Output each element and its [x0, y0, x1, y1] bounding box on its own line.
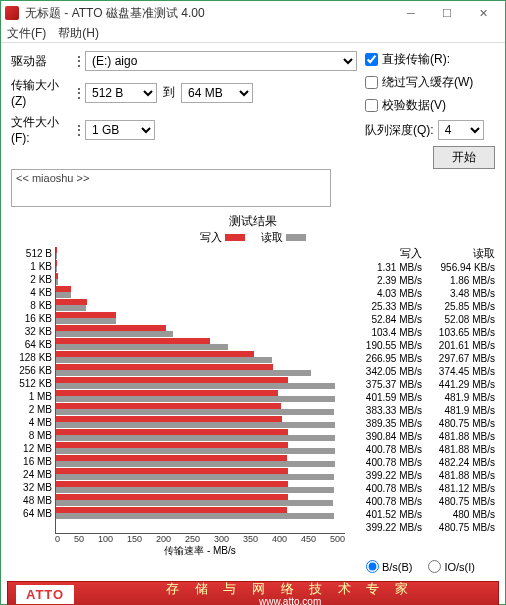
verify-label: 校验数据(V) — [382, 97, 446, 114]
to-label: 到 — [163, 84, 175, 101]
minimize-button[interactable]: ─ — [393, 1, 429, 25]
atto-logo: ATTO — [16, 585, 74, 604]
bypass-cache-checkbox[interactable] — [365, 76, 378, 89]
bypass-cache-label: 绕过写入缓存(W) — [382, 74, 473, 91]
radio-bs[interactable] — [366, 560, 379, 573]
direct-label: 直接传输(R): — [382, 51, 450, 68]
footer-banner: ATTO 存 储 与 网 络 技 术 专 家www.atto.com — [7, 581, 499, 605]
chart-x-ticks: 050100150200250300350400450500 — [55, 534, 345, 544]
footer-tagline: 存 储 与 网 络 技 术 专 家 — [166, 581, 414, 596]
transfer-size-label: 传输大小(Z) — [11, 77, 73, 108]
tsize-from-select[interactable]: 512 B — [85, 83, 157, 103]
description-box[interactable]: << miaoshu >> — [11, 169, 331, 207]
maximize-button[interactable]: ☐ — [429, 1, 465, 25]
tsize-to-select[interactable]: 64 MB — [181, 83, 253, 103]
menubar: 文件(F) 帮助(H) — [1, 25, 505, 43]
menu-file[interactable]: 文件(F) — [7, 25, 46, 42]
menu-help[interactable]: 帮助(H) — [58, 25, 99, 42]
chart-x-label: 传输速率 - MB/s — [55, 544, 345, 558]
chart-bars — [55, 247, 345, 534]
write-column: 写入1.31 MB/s2.39 MB/s4.03 MB/s25.33 MB/s5… — [349, 247, 422, 534]
read-column: 读取956.94 KB/s1.86 MB/s3.48 MB/s25.85 MB/… — [422, 247, 495, 534]
file-size-label: 文件大小(F): — [11, 114, 73, 145]
direct-checkbox[interactable] — [365, 53, 378, 66]
chart-legend: 写入 读取 — [11, 230, 495, 245]
queue-depth-select[interactable]: 4 — [438, 120, 484, 140]
file-size-select[interactable]: 1 GB — [85, 120, 155, 140]
app-icon — [5, 6, 19, 20]
footer-url: www.atto.com — [82, 596, 498, 605]
titlebar[interactable]: 无标题 - ATTO 磁盘基准测试 4.00 ─ ☐ ✕ — [1, 1, 505, 25]
drive-select[interactable]: (E:) aigo — [85, 51, 357, 71]
drive-label: 驱动器 — [11, 53, 73, 70]
results-title: 测试结果 — [11, 213, 495, 230]
window-title: 无标题 - ATTO 磁盘基准测试 4.00 — [25, 5, 393, 22]
app-window: 无标题 - ATTO 磁盘基准测试 4.00 ─ ☐ ✕ 文件(F) 帮助(H)… — [0, 0, 506, 605]
chart-y-labels: 512 B1 KB2 KB4 KB8 KB16 KB32 KB64 KB128 … — [11, 247, 55, 534]
radio-ios[interactable] — [428, 560, 441, 573]
close-button[interactable]: ✕ — [465, 1, 501, 25]
start-button[interactable]: 开始 — [433, 146, 495, 169]
queue-depth-label: 队列深度(Q): — [365, 122, 434, 139]
verify-checkbox[interactable] — [365, 99, 378, 112]
